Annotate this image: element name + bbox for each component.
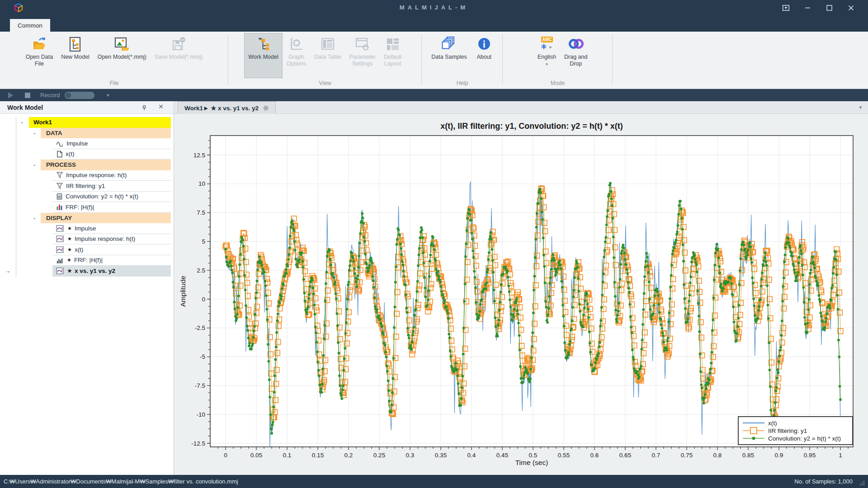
maximize-button[interactable]	[818, 0, 840, 15]
ribbon-button-label: New Model	[61, 54, 90, 61]
about-icon	[476, 35, 492, 54]
save-model-icon	[170, 35, 187, 54]
tree-node-impulse-response-h-t[interactable]: ★Impulse response: h(t)	[52, 234, 171, 245]
chart-icon	[56, 267, 64, 274]
ribbon-button-label: Open DataFile	[26, 54, 53, 68]
tree-node-display[interactable]: DISPLAY	[41, 213, 171, 224]
svg-text:0.95: 0.95	[804, 452, 816, 459]
chart-icon	[56, 246, 64, 253]
ribbon-group-help: Data SamplesAboutHelp	[422, 32, 503, 89]
tree-node-data[interactable]: DATA	[41, 128, 171, 139]
svg-text:0: 0	[202, 296, 205, 303]
tree-node-label: DATA	[46, 130, 62, 136]
svg-text:IIR filtering: y1: IIR filtering: y1	[768, 427, 807, 434]
tree-node-convolution-y2-h-t-x-t[interactable]: Convolution: y2 = h(t) * x(t)	[52, 192, 171, 202]
resize-grip[interactable]	[860, 481, 864, 485]
tree-node-work1[interactable]: Work1	[29, 117, 171, 128]
tree-node-label: Impulse	[75, 225, 96, 232]
chevron-down-icon[interactable]: ⌄	[20, 119, 24, 124]
tree-row: x(t)	[0, 149, 171, 160]
svg-text:0.15: 0.15	[312, 452, 324, 459]
panel-close-icon[interactable]: ✕	[158, 103, 164, 110]
ribbon-button-english[interactable]: ABCEnglish▼	[533, 33, 560, 78]
star-icon: ★	[67, 257, 71, 263]
svg-text:0.2: 0.2	[344, 452, 353, 459]
signal-chart: 00.050.10.150.20.250.30.350.40.450.50.55…	[174, 114, 868, 475]
tree-node-process[interactable]: PROCESS	[41, 160, 171, 170]
ribbon-button-label: GraphOptions	[287, 54, 306, 68]
tree-node-impulse[interactable]: ★Impulse	[52, 223, 171, 234]
ribbon-button-data-samples[interactable]: Data Samples	[427, 33, 471, 78]
tree-node-label: FRF: |H(f)|	[66, 204, 94, 211]
svg-text:0.85: 0.85	[742, 452, 754, 459]
parameter-settings-icon	[354, 35, 371, 54]
svg-text:Amplitude: Amplitude	[179, 276, 187, 307]
stop-button[interactable]	[25, 93, 30, 98]
tab-common[interactable]: Common	[10, 19, 50, 32]
model-tree: ⌄Work1⌄DATAImpulsex(t)⌄PROCESSImpulse re…	[0, 117, 171, 277]
star-icon: ★	[67, 225, 72, 231]
tree-node-impulse[interactable]: Impulse	[52, 138, 171, 149]
tree-row: Impulse	[0, 138, 171, 149]
svg-text:5: 5	[202, 238, 205, 245]
ribbon-button-open-data-file[interactable]: Open DataFile	[22, 33, 57, 78]
tree-node-label: Convolution: y2 = h(t) * x(t)	[66, 193, 138, 200]
tree-node-impulse-response-h-t[interactable]: Impulse response: h(t)	[52, 170, 171, 181]
panel-title: Work Model	[7, 104, 43, 111]
svg-text:0: 0	[224, 452, 227, 459]
close-button[interactable]	[840, 0, 862, 15]
tree-node-iir-filtering-y1[interactable]: IIR filtering: y1	[52, 181, 171, 192]
star-icon: ★	[67, 268, 72, 274]
svg-text:0.35: 0.35	[435, 452, 447, 459]
chevron-down-icon[interactable]: ⌄	[33, 215, 36, 220]
tree-node-label: Impulse response: h(t)	[66, 172, 127, 178]
fullscreen-button[interactable]	[775, 0, 797, 15]
ribbon-button-work-model[interactable]: Work Model	[244, 33, 282, 78]
svg-text:0.55: 0.55	[558, 452, 570, 459]
tree-row: IIR filtering: y1	[0, 181, 171, 192]
window-title: MALMIJAL-M	[0, 4, 868, 11]
work-model-panel: Work Model ✕ ⌄Work1⌄DATAImpulsex(t)⌄PROC…	[0, 101, 174, 475]
tree-node-label: x(t)	[75, 246, 84, 253]
tab-close-icon[interactable]: ⊗	[263, 104, 269, 112]
document-tab[interactable]: Work1► ★ x vs. y1 vs. y2 ⊗	[178, 101, 276, 114]
ribbon-button-about[interactable]: About	[471, 33, 497, 78]
work-model-icon	[255, 35, 272, 54]
ribbon-button-drag-and-drop[interactable]: Drag andDrop	[560, 33, 591, 78]
minimize-button[interactable]	[797, 0, 818, 15]
svg-text:-12.5: -12.5	[191, 440, 205, 447]
chart-icon	[56, 225, 64, 232]
tab-list-dropdown-icon[interactable]: ▼	[859, 105, 863, 110]
svg-text:-10: -10	[196, 411, 205, 418]
ribbon-button-label: English▼	[538, 54, 556, 68]
play-button[interactable]	[8, 92, 13, 99]
tree-node-label: DISPLAY	[46, 215, 72, 221]
status-bar: C:₩Users₩Administrator₩Documents₩Malmija…	[0, 475, 868, 488]
chevron-down-icon[interactable]: ⌄	[33, 130, 36, 135]
ribbon-button-parameter-settings: ParameterSettings	[345, 33, 379, 78]
ribbon-button-default-layout: DefaultLayout	[380, 33, 406, 78]
ribbon-button-data-table: Data Table	[310, 33, 345, 78]
svg-text:0.75: 0.75	[681, 452, 693, 459]
ribbon-button-open-model[interactable]: Open Model(*.mmj)	[94, 33, 151, 78]
chevron-down-icon[interactable]: ⌄	[33, 162, 36, 167]
svg-text:0.7: 0.7	[652, 452, 660, 459]
record-dropdown-icon[interactable]: ▼	[106, 93, 110, 98]
svg-text:1: 1	[839, 452, 842, 459]
ribbon-button-new-model[interactable]: New Model	[57, 33, 94, 78]
document-tab-bar: Work1► ★ x vs. y1 vs. y2 ⊗ ▼	[175, 101, 868, 114]
english-icon: ABC	[538, 35, 556, 54]
tree-node-x-t[interactable]: ★x(t)	[52, 244, 171, 255]
record-toggle[interactable]	[65, 92, 94, 99]
ribbon-button-label: Data Samples	[431, 54, 467, 61]
tree-node-frf-h-f[interactable]: ★FRF: |H(f)|	[52, 255, 171, 266]
ribbon-group-label: File	[0, 80, 228, 86]
tree-node-frf-h-f[interactable]: FRF: |H(f)|	[52, 202, 171, 213]
frf-icon	[56, 204, 63, 211]
pin-icon[interactable]	[141, 103, 147, 111]
ribbon-group-label: Mode	[503, 80, 613, 86]
tree-node-x-vs-y1-vs-y2[interactable]: ★x vs. y1 vs. y2	[52, 266, 171, 277]
titlebar: MALMIJAL-M	[0, 0, 868, 15]
tree-node-x-t[interactable]: x(t)	[52, 149, 171, 160]
ribbon-button-label: ParameterSettings	[349, 54, 375, 68]
